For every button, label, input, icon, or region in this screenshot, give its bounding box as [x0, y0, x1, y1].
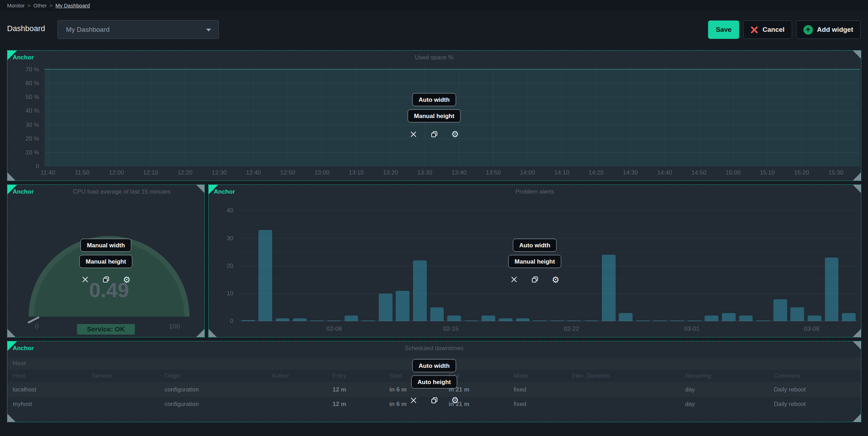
resize-corner-icon[interactable]	[853, 51, 861, 59]
gridline	[802, 67, 802, 166]
gridline	[44, 152, 860, 153]
bar	[739, 316, 753, 321]
gridline	[528, 67, 528, 166]
width-mode-button[interactable]: Auto width	[513, 238, 557, 252]
bar	[396, 291, 409, 321]
table-cell: localhost	[13, 386, 92, 393]
resize-corner-icon[interactable]	[853, 185, 861, 193]
breadcrumb-separator: >	[28, 2, 31, 8]
bar-slot	[308, 202, 325, 321]
remove-widget-icon[interactable]	[510, 276, 518, 283]
resize-corner-icon[interactable]	[196, 185, 204, 193]
breadcrumb-item[interactable]: Other	[34, 2, 47, 8]
resize-corner-icon[interactable]	[853, 172, 861, 181]
height-mode-button[interactable]: Manual height	[79, 255, 132, 268]
breadcrumb: Monitor>Other>My Dashboard	[0, 0, 868, 11]
bar-slot	[360, 202, 377, 321]
bar	[808, 316, 821, 321]
x-axis-label: 13:10	[349, 169, 364, 176]
bar	[790, 307, 804, 321]
width-mode-button[interactable]: Manual width	[80, 238, 131, 252]
gridline	[699, 67, 699, 166]
bar-slot	[754, 202, 772, 321]
bar-slot	[274, 202, 291, 321]
remove-widget-icon[interactable]	[81, 276, 89, 283]
width-mode-button[interactable]: Auto width	[412, 359, 456, 372]
y-axis-label: 40 %	[25, 107, 39, 114]
settings-widget-icon[interactable]: ⚙	[451, 396, 459, 404]
x-axis-label: 02-15	[443, 325, 459, 332]
y-axis: 010203040	[209, 202, 236, 321]
add-widget-button-label: Add widget	[817, 26, 853, 34]
height-mode-button[interactable]: Manual height	[508, 255, 561, 268]
bar	[722, 313, 736, 321]
widget-scheduled-downtimes: Anchor Scheduled downtimes Host HostServ…	[7, 341, 861, 422]
bar-slot	[583, 202, 600, 321]
table-header-cell: Service	[92, 372, 164, 379]
y-axis-label: 40	[227, 207, 233, 214]
settings-widget-icon[interactable]: ⚙	[123, 276, 131, 283]
clone-widget-icon[interactable]	[531, 276, 539, 283]
y-axis-label: 30	[227, 235, 233, 242]
bar-slot	[823, 202, 840, 321]
gauge-min-label: 0	[35, 323, 39, 330]
resize-corner-icon[interactable]	[209, 329, 217, 337]
anchor-label[interactable]: Anchor	[13, 188, 34, 195]
x-axis-label: 14:40	[657, 169, 672, 176]
anchor-label[interactable]: Anchor	[13, 345, 34, 352]
save-button[interactable]: Save	[708, 20, 739, 39]
gridline	[253, 67, 254, 166]
height-mode-button[interactable]: Manual height	[408, 110, 461, 123]
bar-slot	[617, 202, 634, 321]
x-axis-label: 15:00	[726, 169, 741, 176]
height-mode-button[interactable]: Auto height	[411, 376, 457, 389]
resize-corner-icon[interactable]	[7, 172, 16, 181]
bar-slot	[445, 202, 463, 321]
breadcrumb-item[interactable]: My Dashboard	[55, 2, 90, 8]
breadcrumb-item[interactable]: Monitor	[7, 2, 25, 8]
remove-widget-icon[interactable]	[409, 396, 417, 404]
resize-corner-icon[interactable]	[7, 329, 16, 337]
table-header-cell: Origin	[164, 372, 271, 379]
gridline	[630, 67, 631, 166]
bar	[825, 258, 839, 321]
dashboard-select[interactable]: My Dashboard	[58, 20, 219, 39]
breadcrumb-separator: >	[49, 2, 53, 8]
clone-widget-icon[interactable]	[430, 396, 438, 404]
settings-widget-icon[interactable]: ⚙	[451, 130, 459, 138]
bar	[430, 307, 444, 321]
gridline	[322, 67, 322, 166]
table-cell: fixed	[514, 401, 572, 408]
settings-widget-icon[interactable]: ⚙	[552, 276, 559, 283]
resize-corner-icon[interactable]	[853, 341, 861, 349]
resize-corner-icon[interactable]	[7, 414, 16, 422]
remove-widget-icon[interactable]	[409, 130, 417, 138]
table-cell: configuration	[164, 386, 271, 393]
gridline	[240, 293, 857, 294]
add-plus-icon: +	[803, 25, 813, 35]
resize-corner-icon[interactable]	[853, 329, 861, 337]
x-axis-label: 14:30	[623, 169, 638, 176]
widget-edit-overlay: Auto width Manual height ⚙	[408, 93, 461, 138]
clone-widget-icon[interactable]	[430, 130, 438, 138]
anchor-label[interactable]: Anchor	[13, 54, 34, 61]
width-mode-button[interactable]: Auto width	[412, 93, 456, 106]
anchor-label[interactable]: Anchor	[214, 188, 235, 195]
resize-corner-icon[interactable]	[853, 414, 861, 422]
bar-slot	[325, 202, 343, 321]
gridline	[390, 67, 391, 166]
gridline	[48, 67, 48, 166]
add-widget-button[interactable]: + Add widget	[796, 20, 861, 39]
bar	[842, 313, 856, 321]
status-badge: Service: OK	[77, 324, 135, 335]
clone-widget-icon[interactable]	[102, 276, 110, 283]
y-axis-label: 20 %	[25, 135, 39, 142]
x-axis-label: 12:00	[109, 169, 124, 176]
x-axis-label: 14:20	[588, 169, 604, 176]
cancel-button[interactable]: Cancel	[743, 20, 792, 39]
gridline	[733, 67, 734, 166]
x-axis-label: 11:50	[75, 169, 89, 176]
resize-corner-icon[interactable]	[196, 329, 204, 337]
gridline	[562, 67, 562, 166]
y-axis-label: 50 %	[25, 94, 39, 101]
